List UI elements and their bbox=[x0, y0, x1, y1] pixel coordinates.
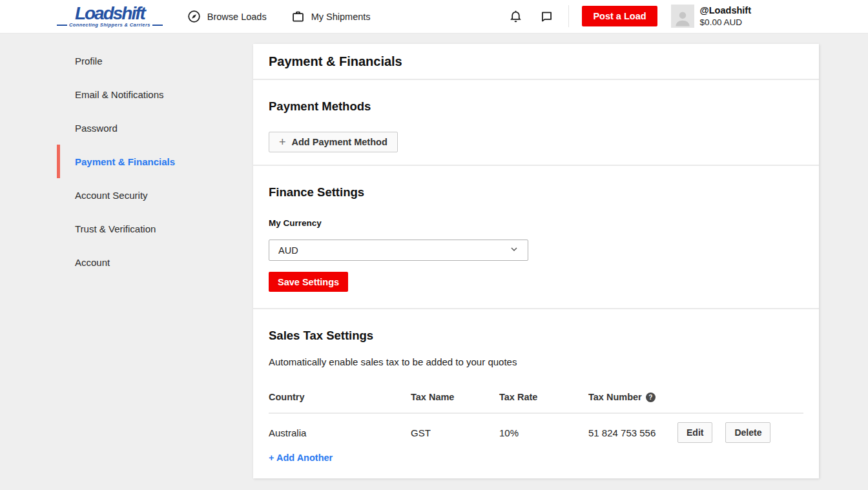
sidebar-item-payment-financials[interactable]: Payment & Financials bbox=[57, 145, 244, 178]
add-another-link[interactable]: + Add Another bbox=[269, 453, 333, 463]
nav-browse-loads[interactable]: Browse Loads bbox=[187, 10, 267, 23]
header-divider bbox=[568, 5, 569, 27]
currency-select-value: AUD bbox=[278, 245, 298, 256]
payment-methods-section: Payment Methods + Add Payment Method bbox=[253, 80, 819, 166]
page-title: Payment & Financials bbox=[269, 54, 402, 69]
payment-methods-title: Payment Methods bbox=[269, 99, 803, 113]
table-row: Australia GST 10% 51 824 753 556 Edit De… bbox=[269, 414, 803, 443]
sidebar-item-password[interactable]: Password bbox=[57, 111, 244, 145]
delete-button[interactable]: Delete bbox=[725, 422, 770, 443]
column-tax-number: Tax Number bbox=[588, 392, 642, 402]
tax-table-header: Country Tax Name Tax Rate Tax Number ? bbox=[269, 392, 803, 414]
column-tax-name: Tax Name bbox=[411, 392, 499, 402]
sidebar-item-trust-verification[interactable]: Trust & Verification bbox=[57, 212, 244, 245]
person-icon bbox=[673, 8, 692, 28]
sidebar-item-email-notifications[interactable]: Email & Notifications bbox=[57, 77, 244, 111]
loadshift-logo[interactable]: Loadshift Connecting Shippers & Carriers bbox=[57, 5, 163, 28]
sales-tax-description: Automatically enable sales tax to be add… bbox=[269, 356, 803, 367]
help-icon[interactable]: ? bbox=[646, 393, 656, 402]
messages-chat-icon[interactable] bbox=[540, 10, 553, 23]
cell-tax-name: GST bbox=[411, 427, 499, 438]
plus-icon: + bbox=[279, 136, 286, 148]
header-right-group: Post a Load @Loadshift $0.00 AUD bbox=[509, 5, 751, 28]
currency-select[interactable]: AUD bbox=[269, 240, 528, 261]
user-balance: $0.00 AUD bbox=[700, 17, 751, 28]
nav-my-shipments[interactable]: My Shipments bbox=[291, 10, 371, 23]
sidebar-item-profile[interactable]: Profile bbox=[57, 44, 244, 77]
sales-tax-section: Sales Tax Settings Automatically enable … bbox=[253, 309, 819, 478]
chevron-down-icon bbox=[509, 244, 519, 256]
top-navbar: Loadshift Connecting Shippers & Carriers… bbox=[0, 0, 868, 34]
sales-tax-title: Sales Tax Settings bbox=[269, 329, 803, 342]
nav-my-shipments-label: My Shipments bbox=[311, 12, 371, 22]
settings-sidebar: Profile Email & Notifications Password P… bbox=[57, 44, 244, 279]
finance-settings-title: Finance Settings bbox=[269, 185, 803, 199]
logo-tagline-text: Connecting Shippers & Carriers bbox=[69, 22, 150, 28]
add-payment-method-button[interactable]: + Add Payment Method bbox=[269, 132, 398, 152]
add-payment-method-label: Add Payment Method bbox=[292, 137, 388, 147]
user-avatar[interactable] bbox=[671, 5, 694, 28]
logo-tagline: Connecting Shippers & Carriers bbox=[57, 22, 163, 28]
logo-brand-text: Loadshift bbox=[75, 5, 145, 22]
sidebar-item-account[interactable]: Account bbox=[57, 245, 244, 279]
nav-browse-loads-label: Browse Loads bbox=[207, 12, 267, 22]
post-a-load-button[interactable]: Post a Load bbox=[582, 6, 657, 26]
cell-country: Australia bbox=[269, 427, 411, 438]
my-currency-label: My Currency bbox=[269, 219, 803, 228]
cell-tax-number: 51 824 753 556 bbox=[588, 427, 677, 438]
briefcase-icon bbox=[291, 10, 305, 23]
compass-icon bbox=[187, 10, 201, 23]
panel-header: Payment & Financials bbox=[253, 44, 819, 80]
column-country: Country bbox=[269, 392, 411, 402]
tagline-dash-left bbox=[57, 25, 67, 26]
edit-button[interactable]: Edit bbox=[677, 422, 712, 443]
notifications-bell-icon[interactable] bbox=[509, 10, 522, 23]
user-handle: @Loadshift bbox=[700, 5, 751, 17]
payment-financials-panel: Payment & Financials Payment Methods + A… bbox=[253, 44, 819, 478]
user-info[interactable]: @Loadshift $0.00 AUD bbox=[700, 5, 751, 28]
save-settings-button[interactable]: Save Settings bbox=[269, 272, 348, 292]
sidebar-item-account-security[interactable]: Account Security bbox=[57, 178, 244, 212]
tagline-dash-right bbox=[152, 25, 163, 26]
cell-tax-rate: 10% bbox=[499, 427, 588, 438]
row-actions: Edit Delete bbox=[677, 422, 803, 443]
column-tax-rate: Tax Rate bbox=[499, 392, 588, 402]
finance-settings-section: Finance Settings My Currency AUD Save Se… bbox=[253, 166, 819, 309]
